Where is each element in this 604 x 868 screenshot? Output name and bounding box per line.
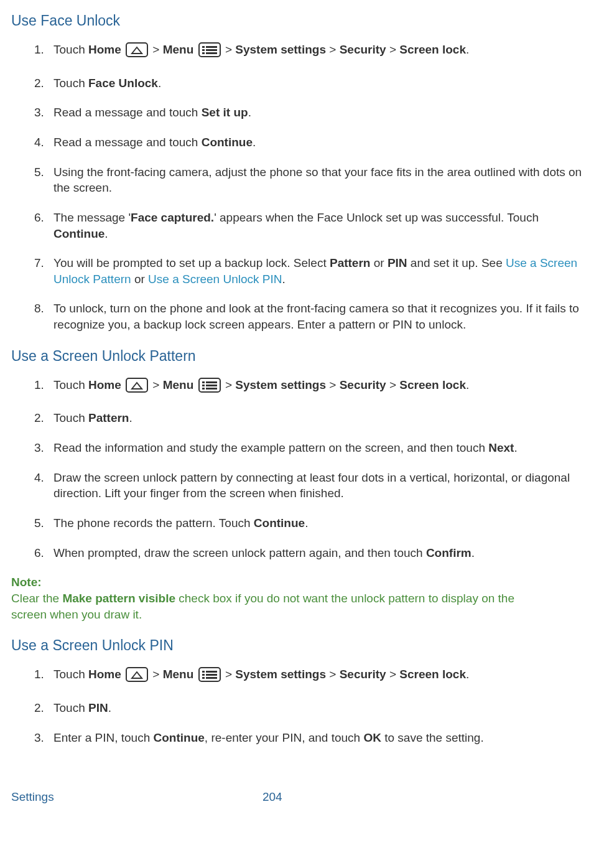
step-text: Touch (53, 77, 88, 90)
footer: Settings 204 (11, 789, 587, 805)
step-bold: Security (340, 378, 386, 391)
step-text: . (305, 516, 308, 530)
step-text: > (326, 378, 340, 391)
step-text: > (222, 668, 236, 681)
footer-page-number: 204 (263, 789, 282, 805)
note-label: Note: (11, 574, 47, 590)
step-text: > (149, 668, 163, 681)
step-text: > (386, 668, 400, 681)
step-bold: System settings (235, 378, 326, 391)
step-text: Touch (53, 701, 88, 714)
step-text: . (158, 77, 161, 90)
step-text: Read the information and study the examp… (53, 441, 488, 454)
step-text: The message ' (53, 211, 131, 224)
step-bold: Face Unlock (88, 77, 158, 90)
step-text: . (108, 701, 111, 714)
step-text: Touch (53, 378, 88, 391)
home-icon (126, 42, 148, 62)
heading-unlock-pin: Use a Screen Unlock PIN (11, 636, 587, 655)
menu-icon (198, 378, 221, 397)
step-text: . (472, 546, 475, 559)
list-item: The message 'Face captured.' appears whe… (47, 210, 587, 241)
step-bold: Menu (163, 378, 194, 391)
note-block: Note: Clear the Make pattern visible che… (11, 574, 587, 622)
steps-unlock-pin: Touch Home > Menu > System settings > Se… (11, 666, 587, 745)
list-item: Read the information and study the examp… (47, 440, 587, 456)
list-item: Touch Home > Menu > System settings > Se… (47, 42, 587, 62)
step-text: > (222, 43, 236, 56)
step-text: Touch (53, 668, 88, 681)
list-item: Enter a PIN, touch Continue, re-enter yo… (47, 730, 587, 746)
steps-unlock-pattern: Touch Home > Menu > System settings > Se… (11, 377, 587, 561)
list-item: Touch Home > Menu > System settings > Se… (47, 377, 587, 397)
step-bold: Pattern (330, 256, 370, 269)
step-bold: Set it up (202, 106, 248, 119)
link-unlock-pin[interactable]: Use a Screen Unlock PIN (148, 273, 282, 286)
list-item: The phone records the pattern. Touch Con… (47, 515, 587, 531)
list-item: Draw the screen unlock pattern by connec… (47, 470, 587, 502)
step-text: Touch (53, 43, 88, 56)
list-item: Read a message and touch Continue. (47, 134, 587, 151)
step-bold: Pattern (88, 411, 129, 424)
list-item: You will be prompted to set up a backup … (47, 255, 587, 287)
step-text: Read a message and touch (53, 136, 202, 149)
list-item: Using the front-facing camera, adjust th… (47, 164, 587, 196)
list-item: Read a message and touch Set it up. (47, 105, 587, 121)
step-text: > (326, 43, 340, 56)
step-text: . (248, 106, 251, 119)
step-text: You will be prompted to set up a backup … (53, 256, 330, 269)
step-bold: Screen lock (399, 43, 466, 56)
step-text: Touch (53, 411, 88, 424)
note-text: Clear the (11, 592, 62, 605)
step-text: . (253, 136, 256, 149)
step-text: . (466, 668, 469, 681)
step-bold: Screen lock (399, 668, 466, 681)
step-text: > (149, 43, 163, 56)
list-item: Touch Home > Menu > System settings > Se… (47, 666, 587, 686)
step-bold: Home (88, 378, 121, 391)
step-text: When prompted, draw the screen unlock pa… (53, 546, 426, 559)
step-bold: Continue (202, 136, 253, 149)
step-bold: PIN (88, 701, 108, 714)
step-text: . (129, 411, 132, 424)
note-body: Clear the Make pattern visible check box… (11, 590, 552, 622)
step-text: and set it up. See (407, 256, 506, 269)
home-icon (126, 667, 148, 686)
step-text: > (149, 378, 163, 391)
step-bold: OK (363, 731, 381, 744)
note-bold: Make pattern visible (62, 592, 175, 605)
step-bold: Continue (254, 516, 305, 530)
step-text: > (386, 378, 400, 391)
step-text: . (466, 43, 469, 56)
list-item: Touch PIN. (47, 700, 587, 716)
step-text: to save the setting. (381, 731, 484, 744)
step-text: > (326, 668, 340, 681)
step-text: ' appears when the Face Unlock set up wa… (214, 211, 539, 224)
step-text: . (105, 227, 108, 240)
step-bold: Home (88, 668, 121, 681)
step-text: or (131, 273, 148, 286)
step-bold: Security (340, 43, 386, 56)
step-text: . (282, 273, 286, 286)
step-text: , re-enter your PIN, and touch (205, 731, 364, 744)
list-item: Touch Pattern. (47, 410, 587, 426)
heading-face-unlock: Use Face Unlock (11, 11, 587, 30)
step-bold: Screen lock (399, 378, 466, 391)
step-bold: Continue (154, 731, 205, 744)
step-bold: Menu (163, 43, 194, 56)
step-bold: Menu (163, 668, 194, 681)
step-bold: PIN (388, 256, 407, 269)
step-text: The phone records the pattern. Touch (53, 516, 254, 530)
step-text: Enter a PIN, touch (53, 731, 154, 744)
step-text: . (514, 441, 517, 454)
step-bold: Confirm (426, 546, 472, 559)
steps-face-unlock: Touch Home > Menu > System settings > Se… (11, 42, 587, 333)
step-bold: Security (340, 668, 386, 681)
step-bold: System settings (235, 43, 326, 56)
list-item: To unlock, turn on the phone and look at… (47, 301, 587, 332)
step-text: or (370, 256, 387, 269)
menu-icon (198, 667, 221, 686)
step-bold: Continue (53, 227, 105, 240)
step-bold: Face captured. (131, 211, 214, 224)
step-text: . (466, 378, 469, 391)
